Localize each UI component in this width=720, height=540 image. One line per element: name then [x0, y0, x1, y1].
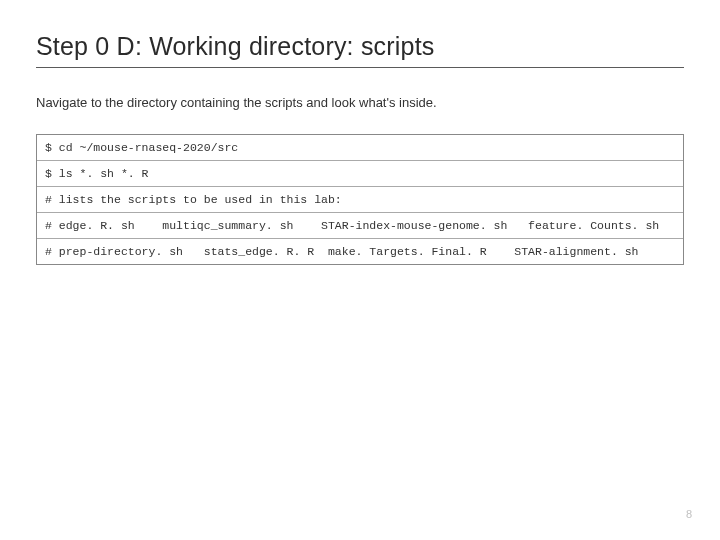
code-block: $ cd ~/mouse-rnaseq-2020/src $ ls *. sh …: [36, 134, 684, 265]
code-row: # edge. R. sh multiqc_summary. sh STAR-i…: [37, 213, 683, 239]
page-number: 8: [686, 508, 692, 520]
code-row: $ ls *. sh *. R: [37, 161, 683, 187]
code-row: # prep-directory. sh stats_edge. R. R ma…: [37, 239, 683, 264]
intro-text: Navigate to the directory containing the…: [36, 94, 684, 112]
page-title: Step 0 D: Working directory: scripts: [36, 32, 684, 68]
code-row: $ cd ~/mouse-rnaseq-2020/src: [37, 135, 683, 161]
code-row: # lists the scripts to be used in this l…: [37, 187, 683, 213]
